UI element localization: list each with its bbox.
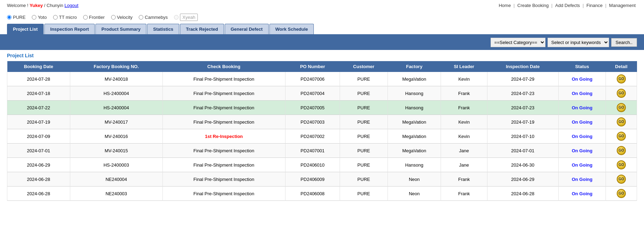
check-booking-cell: Final Pre-Shipment Inspection	[194, 191, 254, 196]
cell-detail[interactable]: GO	[606, 158, 637, 172]
check-booking-cell: Final Pre-Shipment Inspection	[194, 148, 254, 153]
cell-si-leader: Jane	[441, 158, 487, 172]
go-button[interactable]: GO	[617, 160, 626, 169]
create-booking-link[interactable]: Create Booking	[518, 3, 549, 8]
category-select[interactable]: ==Select Category==	[491, 38, 545, 47]
table-row: 2024-07-28 MV-240018 Final Pre-Shipment …	[7, 72, 637, 86]
cell-detail[interactable]: GO	[606, 187, 637, 201]
table-header: Booking Date Factory Booking NO. Check B…	[7, 61, 637, 72]
cell-status: On Going	[558, 129, 606, 144]
cell-customer: PURE	[340, 101, 388, 115]
cell-inspection-date: 2024-07-23	[487, 101, 558, 115]
cell-status: On Going	[558, 86, 606, 101]
cell-si-leader: Frank	[441, 187, 487, 201]
cell-customer: PURE	[340, 72, 388, 86]
add-defects-link[interactable]: Add Defects	[555, 3, 580, 8]
cell-si-leader: Frank	[441, 86, 487, 101]
table-body: 2024-07-28 MV-240018 Final Pre-Shipment …	[7, 72, 637, 201]
check-booking-cell: Final Pre-Shipment Inspection	[194, 162, 254, 168]
radio-ttmicro[interactable]: TT micro	[53, 15, 77, 20]
cell-status: On Going	[558, 72, 606, 86]
cell-status: On Going	[558, 187, 606, 201]
cell-check-booking: Final Pre-Shipment Inspection	[162, 86, 285, 101]
cell-factory: MegaVation	[388, 72, 441, 86]
cell-check-booking: Final Pre-Shipment Inspection	[162, 144, 285, 158]
cell-detail[interactable]: GO	[606, 101, 637, 115]
table-row: 2024-07-09 MV-240016 1st Re-Inspection P…	[7, 129, 637, 144]
xyeah-label: Xyeah	[180, 14, 198, 21]
cell-detail[interactable]: GO	[606, 72, 637, 86]
welcome-text: Welcome !	[7, 3, 28, 8]
cell-customer: PURE	[340, 144, 388, 158]
cell-status: On Going	[558, 115, 606, 129]
cell-inspection-date: 2024-07-01	[487, 144, 558, 158]
cell-inspection-date: 2024-07-23	[487, 86, 558, 101]
table-row: 2024-06-28 NE240004 Final Pre-Shipment I…	[7, 172, 637, 187]
cell-factory: Hansong	[388, 158, 441, 172]
cell-po-number: PD2407003	[285, 115, 340, 129]
check-booking-cell: Final Pre-Shipment Inspection	[194, 76, 254, 82]
radio-cammebys[interactable]: Cammebys	[139, 15, 168, 20]
tab-inspection-report[interactable]: Inspection Report	[44, 24, 95, 34]
cell-po-number: PD2407001	[285, 144, 340, 158]
customer-radio-group: PURE Yoto TT micro Frontier Velocity Cam…	[0, 11, 644, 24]
cell-factory: MegaVation	[388, 144, 441, 158]
cell-inspection-date: 2024-06-28	[487, 187, 558, 201]
go-button[interactable]: GO	[617, 74, 626, 83]
tab-work-schedule[interactable]: Work Schedule	[269, 24, 314, 34]
radio-frontier[interactable]: Frontier	[83, 15, 105, 20]
cell-po-number: PD2407004	[285, 86, 340, 101]
radio-yoto[interactable]: Yoto	[32, 15, 47, 20]
table-row: 2024-07-22 HS-2400004 Final Pre-Shipment…	[7, 101, 637, 115]
check-booking-cell: Final Pre-Shipment Inspection	[194, 177, 254, 182]
cell-factory-booking-no: HS-2400003	[70, 158, 162, 172]
radio-pure[interactable]: PURE	[7, 15, 26, 20]
cell-check-booking: Final Pre-Shipment Inspection	[162, 187, 285, 201]
cell-detail[interactable]: GO	[606, 144, 637, 158]
cell-detail[interactable]: GO	[606, 115, 637, 129]
tab-general-defect[interactable]: General Defect	[225, 24, 269, 34]
go-button[interactable]: GO	[617, 175, 626, 184]
cell-detail[interactable]: GO	[606, 86, 637, 101]
cell-si-leader: Frank	[441, 101, 487, 115]
cell-po-number: PD2406008	[285, 187, 340, 201]
table-row: 2024-07-18 HS-2400004 Final Pre-Shipment…	[7, 86, 637, 101]
tab-project-list[interactable]: Project List	[7, 24, 44, 34]
cell-factory: Hansong	[388, 86, 441, 101]
cell-detail[interactable]: GO	[606, 172, 637, 187]
cell-si-leader: Kevin	[441, 129, 487, 144]
go-button[interactable]: GO	[617, 117, 626, 126]
search-button[interactable]: Search..	[611, 38, 637, 47]
home-link[interactable]: Home	[499, 3, 511, 8]
check-booking-cell: Final Pre-Shipment Inspection	[194, 91, 254, 96]
finance-link[interactable]: Finance	[586, 3, 602, 8]
cell-factory: MegaVation	[388, 115, 441, 129]
go-button[interactable]: GO	[617, 103, 626, 112]
cell-factory-booking-no: MV-240015	[70, 144, 162, 158]
go-button[interactable]: GO	[617, 89, 626, 98]
col-detail: Detail	[606, 61, 637, 72]
cell-booking-date: 2024-07-28	[7, 72, 70, 86]
tab-statistics[interactable]: Statistics	[147, 24, 179, 34]
management-link[interactable]: Management	[609, 3, 636, 8]
tab-product-summary[interactable]: Product Summary	[95, 24, 146, 34]
go-button[interactable]: GO	[617, 146, 626, 155]
cell-status: On Going	[558, 172, 606, 187]
cell-booking-date: 2024-06-28	[7, 187, 70, 201]
check-booking-cell: 1st Re-Inspection	[205, 134, 243, 139]
logout-link[interactable]: Logout	[65, 3, 79, 8]
cell-factory: Neon	[388, 187, 441, 201]
cell-factory-booking-no: HS-2400004	[70, 101, 162, 115]
go-button[interactable]: GO	[617, 132, 626, 141]
cell-detail[interactable]: GO	[606, 129, 637, 144]
go-button[interactable]: GO	[617, 189, 626, 198]
radio-velocity[interactable]: Velocity	[111, 15, 133, 20]
cell-customer: PURE	[340, 172, 388, 187]
tab-track-rejected[interactable]: Track Rejected	[180, 24, 224, 34]
company-name: Chunyin	[46, 3, 63, 8]
cell-si-leader: Frank	[441, 172, 487, 187]
keywords-select[interactable]: Select or input keywords	[548, 38, 609, 47]
cell-customer: PURE	[340, 158, 388, 172]
cell-factory-booking-no: MV-240018	[70, 72, 162, 86]
cell-booking-date: 2024-07-22	[7, 101, 70, 115]
